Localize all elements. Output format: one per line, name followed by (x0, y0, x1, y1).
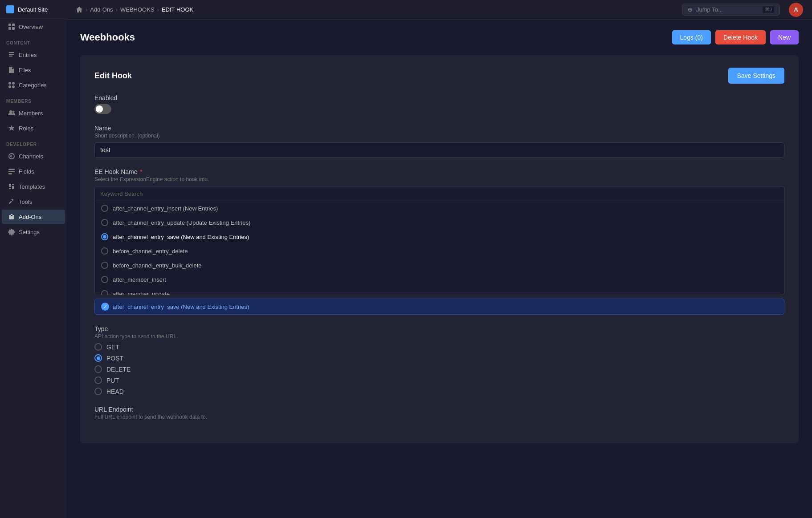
radio-put (94, 376, 102, 384)
hook-option-4[interactable]: before_channel_entry_bulk_delete (95, 258, 784, 272)
type-option-post[interactable]: POST (94, 354, 784, 362)
jump-to[interactable]: ⊕ Jump To... ⌘J (682, 4, 780, 16)
roles-icon (8, 125, 15, 132)
new-button[interactable]: New (770, 30, 799, 45)
hook-option-2[interactable]: after_channel_entry_save (New and Existi… (95, 230, 784, 244)
delete-hook-button[interactable]: Delete Hook (715, 30, 766, 45)
files-icon (8, 66, 15, 73)
sidebar-item-channels[interactable]: Channels (2, 149, 65, 163)
selected-hook-badge: ✓ after_channel_entry_save (New and Exis… (94, 299, 784, 315)
home-icon[interactable] (76, 6, 83, 13)
hook-dropdown: after_channel_entry_insert (New Entries)… (94, 186, 784, 295)
page-actions: Logs (0) Delete Hook New (672, 30, 799, 45)
svg-rect-10 (8, 169, 15, 170)
save-settings-button[interactable]: Save Settings (728, 68, 784, 84)
type-put-label: PUT (106, 377, 119, 384)
hook-option-label-3: before_channel_entry_delete (113, 248, 188, 255)
members-label: Members (19, 110, 43, 117)
hook-options-list: after_channel_entry_insert (New Entries)… (95, 201, 784, 295)
svg-point-9 (12, 111, 15, 113)
radio-4 (101, 262, 108, 269)
roles-label: Roles (19, 125, 33, 132)
hook-option-label-6: after_member_update (113, 291, 170, 295)
fields-label: Fields (19, 168, 34, 175)
svg-rect-11 (8, 171, 15, 172)
type-option-put[interactable]: PUT (94, 376, 784, 384)
enabled-toggle[interactable] (94, 104, 111, 114)
type-section: Type API action type to send to the URL.… (94, 325, 784, 395)
breadcrumb-sep-2: › (116, 6, 118, 13)
developer-section-label: DEVELOPER (0, 136, 67, 149)
sidebar: Default Site Overview CONTENT Entries Fi… (0, 0, 67, 518)
hook-option-label-2: after_channel_entry_save (New and Existi… (113, 234, 249, 240)
breadcrumb-current: EDIT HOOK (162, 6, 193, 13)
type-post-label: POST (106, 355, 123, 362)
overview-label: Overview (19, 24, 43, 30)
hook-option-label-5: after_member_insert (113, 276, 166, 283)
breadcrumb-addons: Add-Ons (90, 6, 113, 13)
hook-option-1[interactable]: after_channel_entry_update (Update Exist… (95, 215, 784, 230)
sidebar-site-header[interactable]: Default Site (0, 0, 67, 19)
sidebar-item-tools[interactable]: Tools (2, 194, 65, 209)
hook-option-label-1: after_channel_entry_update (Update Exist… (113, 219, 250, 226)
sidebar-item-categories[interactable]: Categories (2, 78, 65, 92)
svg-point-5 (12, 82, 15, 85)
type-delete-label: DELETE (106, 366, 131, 373)
sidebar-item-fields[interactable]: Fields (2, 164, 65, 178)
logs-button[interactable]: Logs (0) (672, 30, 711, 45)
jump-to-label: Jump To... (696, 6, 723, 13)
hook-option-0[interactable]: after_channel_entry_insert (New Entries) (95, 201, 784, 215)
radio-get (94, 343, 102, 351)
name-input[interactable] (94, 142, 784, 158)
type-option-get[interactable]: GET (94, 343, 784, 351)
avatar[interactable]: A (789, 3, 803, 17)
hook-option-3[interactable]: before_channel_entry_delete (95, 244, 784, 258)
type-label: Type (94, 325, 784, 332)
card-header: Edit Hook Save Settings (94, 68, 784, 84)
site-icon (6, 5, 14, 13)
content-section-label: CONTENT (0, 34, 67, 47)
selected-hook-label: after_channel_entry_save (New and Existi… (113, 304, 249, 310)
radio-3 (101, 247, 108, 255)
entries-icon (8, 51, 15, 58)
type-radio-group: GET POST DELETE PUT (94, 343, 784, 395)
keyword-search-input[interactable] (100, 190, 779, 197)
type-option-head[interactable]: HEAD (94, 388, 784, 395)
members-section-label: MEMBERS (0, 93, 67, 105)
enabled-toggle-wrap (94, 104, 784, 114)
breadcrumb-sep-3: › (157, 6, 159, 13)
tools-icon (8, 198, 15, 205)
url-endpoint-sublabel: Full URL endpoint to send the webhook da… (94, 414, 784, 420)
sidebar-item-files[interactable]: Files (2, 63, 65, 77)
radio-2 (101, 233, 108, 240)
sidebar-item-addons[interactable]: Add-Ons (2, 210, 65, 224)
toggle-slider (94, 104, 111, 114)
sidebar-item-roles[interactable]: Roles (2, 121, 65, 135)
radio-1 (101, 219, 108, 226)
breadcrumb-sep-1: › (86, 6, 87, 13)
hook-option-label-4: before_channel_entry_bulk_delete (113, 262, 202, 269)
hook-option-5[interactable]: after_member_insert (95, 272, 784, 287)
jump-to-kbd: ⌘J (763, 6, 775, 13)
breadcrumb-webhooks: WEBHOOKS (120, 6, 155, 13)
main-area: › Add-Ons › WEBHOOKS › EDIT HOOK ⊕ Jump … (67, 0, 812, 518)
svg-rect-1 (12, 24, 15, 26)
sidebar-item-settings[interactable]: Settings (2, 225, 65, 239)
radio-0 (101, 205, 108, 212)
sidebar-item-members[interactable]: Members (2, 106, 65, 120)
name-section: Name Short description. (optional) (94, 125, 784, 158)
files-label: Files (19, 67, 31, 73)
sidebar-item-entries[interactable]: Entries (2, 48, 65, 62)
page-header: Weebhooks Logs (0) Delete Hook New (80, 30, 799, 45)
radio-delete (94, 365, 102, 373)
svg-point-6 (8, 85, 11, 88)
entries-label: Entries (19, 52, 37, 58)
ee-hook-section: EE Hook Name * Select the ExpressionEngi… (94, 168, 784, 315)
topbar: › Add-Ons › WEBHOOKS › EDIT HOOK ⊕ Jump … (67, 0, 812, 20)
type-option-delete[interactable]: DELETE (94, 365, 784, 373)
sidebar-item-templates[interactable]: Templates (2, 179, 65, 194)
hook-option-6[interactable]: after_member_update (95, 287, 784, 295)
svg-rect-0 (8, 24, 11, 26)
categories-icon (8, 81, 15, 89)
sidebar-item-overview[interactable]: Overview (2, 20, 65, 34)
